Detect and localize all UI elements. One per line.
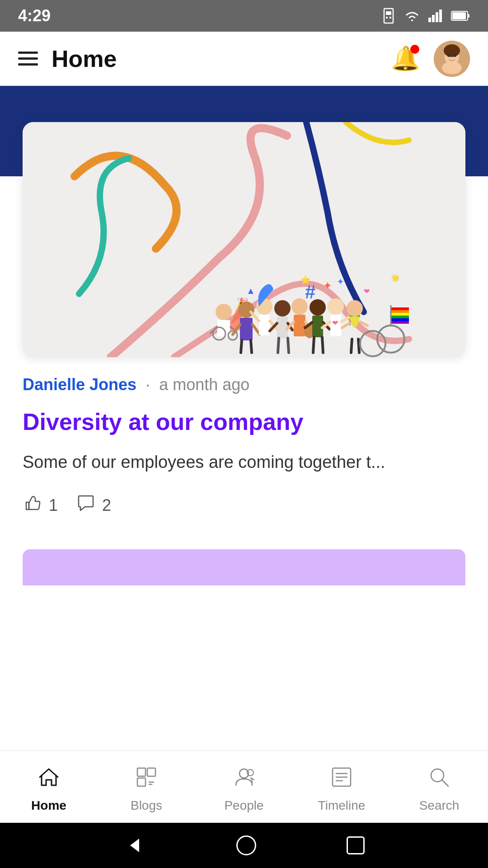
svg-text:🌟: 🌟 <box>391 274 400 282</box>
svg-point-76 <box>347 300 363 316</box>
avatar[interactable] <box>434 41 470 77</box>
search-icon <box>427 765 451 794</box>
svg-rect-10 <box>468 14 469 18</box>
svg-text:❤: ❤ <box>364 288 370 295</box>
blogs-icon <box>135 765 158 794</box>
svg-point-14 <box>444 44 460 57</box>
next-card-preview <box>23 549 465 585</box>
page-title: Home <box>52 45 117 72</box>
svg-line-95 <box>442 780 448 786</box>
android-recents-button[interactable] <box>347 836 365 854</box>
wifi-icon <box>404 8 420 24</box>
notification-button[interactable]: 🔔 <box>391 45 420 72</box>
svg-rect-57 <box>294 315 305 336</box>
header-left: Home <box>18 45 117 72</box>
notification-dot <box>410 45 419 54</box>
status-time: 4:29 <box>18 6 51 25</box>
post-content: Danielle Jones · a month ago Diversity a… <box>0 357 488 536</box>
svg-rect-0 <box>384 9 393 23</box>
menu-button[interactable] <box>18 52 38 66</box>
nav-search-label: Search <box>419 798 460 813</box>
signal-icon <box>427 8 444 24</box>
svg-rect-84 <box>147 768 155 776</box>
post-meta: Danielle Jones · a month ago <box>23 375 465 394</box>
svg-rect-3 <box>389 17 391 19</box>
avatar-image <box>434 41 470 77</box>
svg-rect-7 <box>439 9 442 22</box>
post-time: a month ago <box>159 375 249 394</box>
android-home-button[interactable] <box>236 835 256 855</box>
svg-text:❤: ❤ <box>332 319 338 327</box>
svg-rect-1 <box>386 11 391 15</box>
svg-text:⭐: ⭐ <box>300 275 311 285</box>
svg-rect-85 <box>137 778 145 786</box>
timeline-icon <box>330 765 353 794</box>
nav-people-label: People <box>224 798 263 813</box>
svg-rect-30 <box>391 321 409 324</box>
svg-rect-83 <box>137 768 145 776</box>
home-icon <box>37 765 61 794</box>
status-bar: 4:29 <box>0 0 488 32</box>
diversity-illustration: # ✦ ✦ ⭐ ❤ 🌟 ▲ 🎉 <box>23 122 465 357</box>
post-author[interactable]: Danielle Jones <box>23 375 136 394</box>
svg-marker-96 <box>130 839 139 852</box>
svg-text:▲: ▲ <box>246 286 255 296</box>
svg-rect-41 <box>240 318 253 340</box>
svg-point-16 <box>454 54 456 57</box>
svg-rect-9 <box>452 12 466 19</box>
comment-icon <box>76 493 96 518</box>
like-count: 1 <box>49 496 58 515</box>
nav-blogs[interactable]: Blogs <box>98 751 195 823</box>
svg-line-65 <box>313 337 314 353</box>
svg-rect-25 <box>391 307 409 310</box>
svg-rect-27 <box>391 313 409 316</box>
nav-timeline[interactable]: Timeline <box>293 751 390 823</box>
android-back-button[interactable] <box>123 834 146 857</box>
svg-text:#: # <box>305 281 315 302</box>
svg-line-79 <box>351 339 352 353</box>
svg-text:✦: ✦ <box>337 277 344 287</box>
nav-search[interactable]: Search <box>390 751 488 823</box>
svg-line-54 <box>278 338 279 353</box>
svg-line-45 <box>251 340 252 353</box>
svg-point-15 <box>447 54 450 57</box>
nav-timeline-label: Timeline <box>318 798 366 813</box>
like-action[interactable]: 1 <box>23 493 58 518</box>
svg-point-61 <box>310 299 326 316</box>
svg-point-40 <box>238 302 254 318</box>
svg-rect-47 <box>259 315 270 335</box>
like-icon <box>23 493 42 518</box>
post-separator: · <box>145 375 150 394</box>
svg-line-66 <box>322 337 323 353</box>
battery-icon <box>451 9 470 22</box>
nav-home[interactable]: Home <box>0 751 98 823</box>
nav-blogs-label: Blogs <box>131 798 162 813</box>
svg-rect-2 <box>386 17 388 19</box>
comment-action[interactable]: 2 <box>76 493 111 518</box>
svg-point-56 <box>291 298 308 315</box>
svg-rect-29 <box>391 318 409 321</box>
post-title[interactable]: Diversity at our company <box>23 408 465 436</box>
svg-text:✦: ✦ <box>323 279 332 292</box>
header: Home 🔔 <box>0 32 488 86</box>
comment-count: 2 <box>102 496 111 515</box>
people-icon <box>232 765 256 794</box>
svg-rect-4 <box>428 18 431 22</box>
svg-point-50 <box>274 300 291 316</box>
sim-icon <box>380 8 397 24</box>
svg-point-13 <box>442 61 462 74</box>
svg-line-44 <box>241 340 242 353</box>
svg-rect-28 <box>391 316 409 318</box>
svg-rect-6 <box>436 12 438 22</box>
svg-point-34 <box>216 304 232 320</box>
bottom-nav: Home Blogs People <box>0 750 488 823</box>
svg-rect-51 <box>277 316 288 338</box>
post-excerpt: Some of our employees are coming togethe… <box>23 449 465 475</box>
svg-point-67 <box>328 298 344 315</box>
post-card[interactable]: # ✦ ✦ ⭐ ❤ 🌟 ▲ 🎉 <box>23 122 465 357</box>
header-right: 🔔 <box>391 41 470 77</box>
svg-line-80 <box>358 339 359 353</box>
svg-line-55 <box>288 338 289 353</box>
nav-people[interactable]: People <box>195 751 293 823</box>
nav-home-label: Home <box>31 798 66 813</box>
